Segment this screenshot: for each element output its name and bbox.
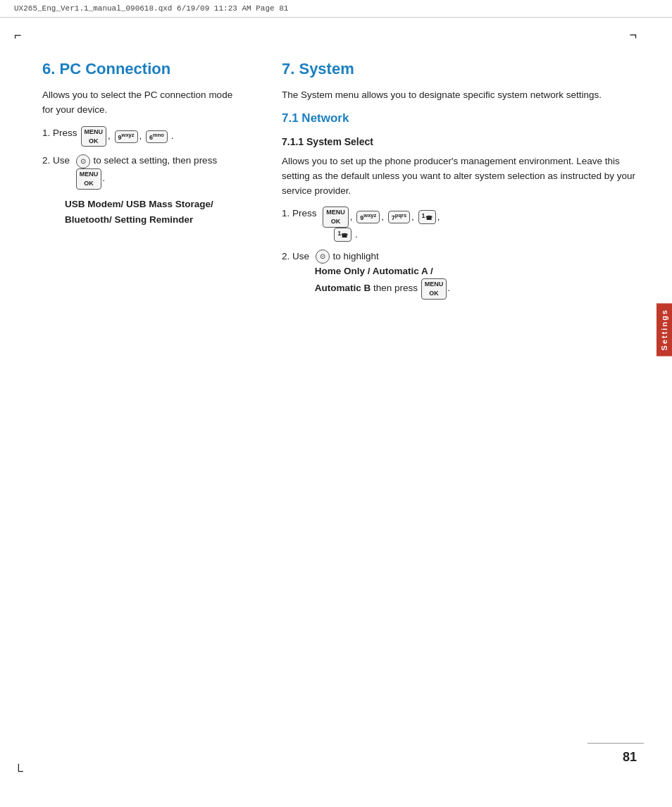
bottom-divider [587, 743, 644, 744]
sys-step-1: 1. Press MENUOK, 9wxyz, 7pqrs, 1☎, 1☎ . [282, 207, 644, 242]
nav-circle-1: ⊙ [76, 154, 90, 168]
pc-step-2-label: 2. Use [42, 154, 73, 168]
pc-step-1-label: 1. Press [42, 126, 77, 141]
corner-mark-bl: └ [14, 764, 23, 779]
system-title: 7. System [282, 60, 644, 78]
key-menu-ok-sys-2: MENUOK [421, 278, 447, 299]
corner-mark-tr: ¬ [629, 28, 637, 43]
header-text: UX265_Eng_Ver1.1_manual_090618.qxd 6/19/… [14, 4, 288, 13]
sys-step-1-label: 1. Press [282, 207, 319, 221]
network-title: 7.1 Network [282, 111, 644, 125]
key-7pqrs-sys: 7pqrs [388, 211, 410, 224]
sys-step-2-content: ⊙ to highlight Home Only / Automatic A /… [315, 250, 644, 300]
pc-step-1: 1. Press MENUOK, 9wxyz, 6mno . [42, 126, 239, 147]
pc-step-1-content: MENUOK, 9wxyz, 6mno . [80, 126, 239, 147]
key-9wxyz-1: 9wxyz [115, 130, 138, 144]
system-body: The System menu allows you to designate … [282, 88, 644, 103]
corner-mark-tl: ⌐ [14, 28, 22, 43]
sys-step-2-label: 2. Use [282, 250, 312, 264]
sys-step-2: 2. Use ⊙ to highlight Home Only / Automa… [282, 250, 644, 300]
sidebar-settings-label: Settings [657, 303, 672, 356]
key-1b-sys: 1☎ [334, 228, 351, 241]
key-9wxyz-sys: 9wxyz [356, 211, 380, 224]
right-column: 7. System The System menu allows you to … [268, 60, 644, 307]
pc-step-2-content: ⊙ to select a setting, then press MENUOK… [75, 154, 239, 189]
sys-options-bold-2: Automatic B [315, 283, 371, 294]
sys-step-1-period: . [352, 229, 358, 240]
nav-circle-sys: ⊙ [316, 250, 330, 264]
pc-connection-body: Allows you to select the PC connection m… [42, 88, 239, 118]
system-select-body: Allows you to set up the phone producer'… [282, 154, 644, 199]
sys-step-1-content: MENUOK, 9wxyz, 7pqrs, 1☎, 1☎ . [322, 207, 644, 242]
pc-options-text: USB Modem/ USB Mass Storage/ Bluetooth/ … [65, 197, 239, 229]
pc-step-2: 2. Use ⊙ to select a setting, then press… [42, 154, 239, 189]
key-menu-ok-1: MENUOK [81, 126, 107, 147]
left-column: 6. PC Connection Allows you to select th… [42, 60, 268, 307]
system-select-title: 7.1.1 System Select [282, 136, 644, 147]
page-number: 81 [623, 750, 637, 765]
pc-options: USB Modem/ USB Mass Storage/ Bluetooth/ … [54, 197, 239, 229]
header-bar: UX265_Eng_Ver1.1_manual_090618.qxd 6/19/… [0, 0, 672, 18]
key-menu-ok-sys: MENUOK [323, 207, 349, 227]
key-6mno-1: 6mno [146, 130, 168, 144]
pc-connection-title: 6. PC Connection [42, 60, 239, 78]
pc-step-1-period: . [171, 130, 174, 141]
sys-options-bold: Home Only / Automatic A / [315, 266, 433, 276]
key-menu-ok-2: MENUOK [76, 168, 102, 189]
key-1a-sys: 1☎ [418, 210, 436, 223]
